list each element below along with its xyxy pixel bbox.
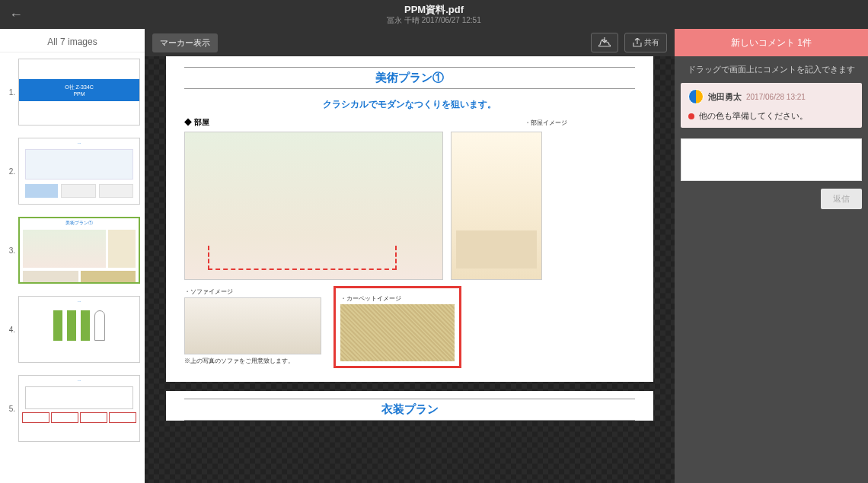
thumbnail-4[interactable]: ... (18, 296, 140, 363)
thumb-number: 3. (5, 246, 18, 255)
download-icon[interactable] (591, 33, 618, 52)
document-page-3: 美術プラン① クラシカルでモダンなつくりを狙います。 ◆ 部屋 ・部屋イメージ (166, 56, 653, 382)
top-bar: ← PPM資料.pdf 冨永 千晴 2017/06/27 12:51 (0, 0, 868, 29)
carpet-highlight-box: ・カーペットイメージ (333, 286, 461, 368)
viewer-toolbar: マーカー表示 共有 (145, 29, 675, 56)
reply-input[interactable] (681, 138, 862, 181)
title-block: PPM資料.pdf 冨永 千晴 2017/06/27 12:51 (387, 4, 480, 25)
comment-author: 池田勇太 (708, 91, 742, 103)
thumb-row[interactable]: 4. ... (0, 290, 145, 369)
thumb-number: 5. (5, 405, 18, 413)
comment-card[interactable]: 池田勇太 2017/06/28 13:21 他の色も準備してください。 (681, 83, 862, 128)
new-comment-banner[interactable]: 新しいコメント 1件 (675, 29, 868, 56)
page-scroll-area[interactable]: 美術プラン① クラシカルでモダンなつくりを狙います。 ◆ 部屋 ・部屋イメージ (145, 56, 675, 483)
sofa-image (184, 297, 321, 354)
carpet-caption: ・カーペットイメージ (340, 294, 455, 303)
room-section-label: ◆ 部屋 (184, 117, 517, 128)
doc-meta: 冨永 千晴 2017/06/27 12:51 (387, 16, 480, 25)
room-image-caption: ・部屋イメージ (525, 119, 636, 127)
thumb-row[interactable]: 2. ... (0, 132, 145, 211)
next-page-title: 衣装プラン (381, 402, 439, 415)
page-title: 美術プラン① (375, 71, 444, 84)
thumbnail-1[interactable]: O社 Z-334C PPM (18, 59, 140, 126)
thumbnail-5[interactable]: ... (18, 375, 140, 442)
share-label: 共有 (644, 37, 659, 48)
status-dot-icon (688, 113, 694, 119)
document-page-4-peek: 衣装プラン (166, 391, 653, 421)
doc-author: 冨永 千晴 (387, 16, 420, 24)
share-button[interactable]: 共有 (624, 33, 667, 52)
sofa-note: ※上の写真のソファをご用意致します。 (184, 357, 321, 365)
drag-hint-text: ドラッグで画面上にコメントを記入できます (675, 56, 868, 83)
thumb1-band: O社 Z-334C PPM (19, 79, 139, 101)
thumb-number: 2. (5, 167, 18, 176)
page-subtitle: クラシカルでモダンなつくりを狙います。 (184, 98, 635, 111)
marker-toggle-button[interactable]: マーカー表示 (152, 33, 218, 52)
sidebar-title: All 7 images (0, 29, 145, 52)
reply-button[interactable]: 返信 (821, 189, 862, 209)
comment-time: 2017/06/28 13:21 (746, 93, 806, 101)
center-viewer: マーカー表示 共有 美術プラン① クラシカルでモダンなつくりを狙います。 ◆ 部… (145, 29, 675, 483)
comment-body-text: 他の色も準備してください。 (699, 110, 808, 122)
thumbnail-3-selected[interactable]: 美術プラン① (18, 217, 140, 284)
room-photo-image (451, 132, 542, 280)
thumbnail-sidebar: All 7 images 1. O社 Z-334C PPM 2. ... (0, 29, 145, 483)
carpet-image (340, 304, 455, 361)
thumb-number: 1. (5, 88, 18, 97)
thumb-number: 4. (5, 326, 18, 334)
sofa-caption: ・ソファイメージ (184, 288, 321, 296)
back-arrow-icon[interactable]: ← (9, 7, 23, 23)
thumb-row[interactable]: 3. 美術プラン① (0, 211, 145, 290)
room-sketch-image (184, 132, 443, 280)
thumbnail-2[interactable]: ... (18, 138, 140, 205)
comments-panel: 新しいコメント 1件 ドラッグで画面上にコメントを記入できます 池田勇太 201… (675, 29, 868, 483)
thumb-row[interactable]: 1. O社 Z-334C PPM (0, 52, 145, 132)
doc-timestamp: 2017/06/27 12:51 (422, 16, 481, 24)
avatar (688, 89, 704, 104)
doc-title: PPM資料.pdf (387, 4, 480, 16)
thumb-row[interactable]: 5. ... (0, 369, 145, 448)
